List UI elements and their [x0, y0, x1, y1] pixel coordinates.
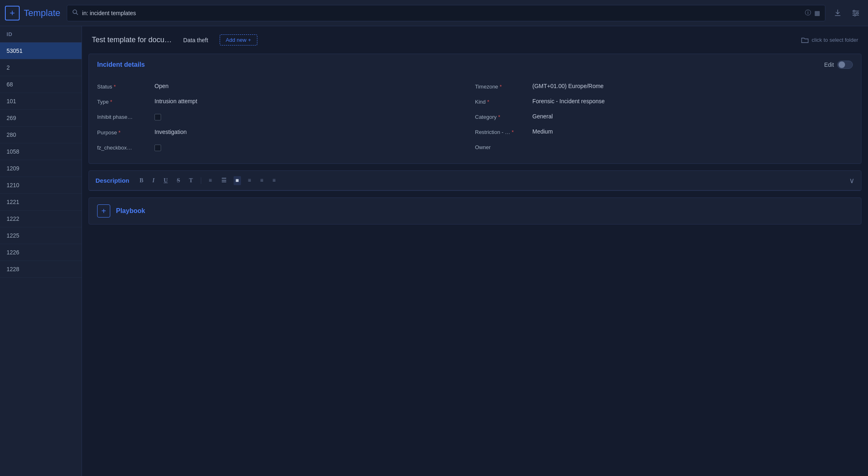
toolbar-strikethrough[interactable]: S	[175, 176, 182, 185]
field-group: Kind *Forensic - Incident response	[475, 94, 853, 109]
app-title: Template	[24, 8, 60, 18]
svg-point-7	[854, 14, 856, 16]
folder-select[interactable]: click to select folder	[801, 37, 858, 43]
description-header: Description B I U S T ≡ ☰ ■ ≡ ≡ ≡ ∨	[89, 171, 861, 190]
required-star: *	[114, 84, 116, 90]
fields-right: Timezone *(GMT+01.00) Europe/RomeKind *F…	[475, 79, 853, 155]
content-title: Test template for docu…	[92, 36, 172, 44]
sidebar-item-1222[interactable]: 1222	[0, 211, 82, 227]
field-value: Investigation	[155, 129, 187, 135]
edit-toggle-group: Edit	[824, 61, 853, 69]
fields-left: Status *OpenType *Intrusion attemptInhib…	[97, 79, 475, 155]
sidebar-item-1209[interactable]: 1209	[0, 160, 82, 177]
toolbar-extra[interactable]: ≡	[270, 176, 278, 185]
sidebar-item-1225[interactable]: 1225	[0, 227, 82, 244]
sidebar-item-1210[interactable]: 1210	[0, 177, 82, 194]
checkbox-field[interactable]	[155, 114, 161, 120]
sidebar-item-2[interactable]: 2	[0, 59, 82, 76]
add-new-button[interactable]: Add new +	[220, 34, 257, 45]
required-star: *	[498, 114, 500, 120]
fields-grid: Status *OpenType *Intrusion attemptInhib…	[89, 75, 861, 163]
field-value: (GMT+01.00) Europe/Rome	[532, 83, 604, 89]
search-input[interactable]	[82, 10, 802, 16]
info-icon[interactable]: ⓘ	[805, 9, 811, 17]
description-title: Description	[95, 177, 130, 184]
toolbar-align-center[interactable]: ■	[234, 176, 241, 185]
incident-details-title: Incident details	[97, 61, 145, 68]
edit-label: Edit	[824, 61, 834, 68]
field-group: Purpose *Investigation	[97, 125, 475, 140]
field-label: Status *	[97, 83, 146, 90]
required-star: *	[118, 129, 120, 136]
field-label: Kind *	[475, 98, 524, 105]
field-label: Owner	[475, 143, 524, 150]
svg-point-0	[73, 10, 77, 14]
required-star: *	[500, 84, 502, 90]
field-value	[155, 113, 161, 120]
folder-label: click to select folder	[812, 37, 858, 43]
content-header: Test template for docu… Data theft Add n…	[82, 26, 868, 54]
sidebar-item-280[interactable]: 280	[0, 127, 82, 143]
search-bar[interactable]: ⓘ ▦	[67, 5, 825, 21]
toolbar-align-right[interactable]: ≡	[246, 176, 253, 185]
sidebar-item-269[interactable]: 269	[0, 110, 82, 127]
field-group: Inhibit phase…	[97, 109, 475, 125]
calendar-icon[interactable]: ▦	[814, 9, 820, 17]
field-group: Owner	[475, 139, 853, 154]
toolbar-text[interactable]: T	[187, 176, 195, 185]
toolbar-unordered-list[interactable]: ☰	[219, 176, 229, 185]
playbook-header: + Playbook	[97, 204, 853, 218]
sidebar-item-1058[interactable]: 1058	[0, 143, 82, 160]
sidebar-column-header: ID	[0, 26, 82, 43]
description-collapse-button[interactable]: ∨	[849, 176, 854, 185]
checkbox-field[interactable]	[155, 145, 161, 151]
field-group: Status *Open	[97, 79, 475, 94]
header-actions	[830, 6, 863, 20]
header: + Template ⓘ ▦	[0, 0, 868, 26]
content-area: Test template for docu… Data theft Add n…	[82, 26, 868, 476]
field-group: Type *Intrusion attempt	[97, 94, 475, 109]
toolbar-bold[interactable]: B	[138, 176, 145, 185]
required-star: *	[512, 129, 514, 135]
field-value: Open	[155, 83, 168, 89]
data-theft-tag: Data theft	[178, 35, 213, 45]
toolbar-ordered-list[interactable]: ≡	[207, 176, 214, 185]
incident-details-card: Incident details Edit Status *OpenType *…	[89, 54, 861, 164]
svg-point-6	[857, 12, 858, 14]
settings-button[interactable]	[848, 6, 863, 20]
playbook-section: + Playbook	[89, 197, 861, 224]
incident-details-header: Incident details Edit	[89, 54, 861, 75]
edit-toggle-switch[interactable]	[837, 61, 853, 69]
sidebar-item-101[interactable]: 101	[0, 93, 82, 110]
field-value: General	[532, 113, 553, 120]
toggle-knob	[838, 61, 845, 68]
download-button[interactable]	[830, 6, 845, 20]
field-label: Inhibit phase…	[97, 113, 146, 120]
sidebar-item-68[interactable]: 68	[0, 76, 82, 93]
field-value: Forensic - Incident response	[532, 98, 605, 104]
svg-point-5	[853, 10, 855, 12]
field-group: Timezone *(GMT+01.00) Europe/Rome	[475, 79, 853, 94]
sidebar-items: 5305126810126928010581209121012211222122…	[0, 43, 82, 278]
toolbar-underline[interactable]: U	[161, 176, 170, 185]
field-label: Restriction - … *	[475, 128, 524, 135]
field-label: Timezone *	[475, 83, 524, 90]
logo-icon: +	[5, 6, 20, 20]
field-label: Purpose *	[97, 129, 146, 136]
sidebar-item-1228[interactable]: 1228	[0, 261, 82, 278]
svg-line-1	[76, 13, 78, 15]
toolbar-italic[interactable]: I	[150, 176, 157, 185]
field-group: fz_checkbox…	[97, 140, 475, 155]
sidebar-item-1221[interactable]: 1221	[0, 194, 82, 211]
playbook-title: Playbook	[116, 207, 145, 215]
sidebar-item-53051[interactable]: 53051	[0, 43, 82, 59]
main-layout: ID 5305126810126928010581209121012211222…	[0, 26, 868, 476]
description-section: Description B I U S T ≡ ☰ ■ ≡ ≡ ≡ ∨	[89, 170, 861, 191]
field-label: Type *	[97, 98, 146, 105]
playbook-add-button[interactable]: +	[97, 204, 110, 218]
field-group: Category *General	[475, 109, 853, 124]
toolbar-align-justify[interactable]: ≡	[258, 176, 266, 185]
sidebar: ID 5305126810126928010581209121012211222…	[0, 26, 82, 476]
required-star: *	[487, 99, 489, 105]
sidebar-item-1226[interactable]: 1226	[0, 244, 82, 261]
